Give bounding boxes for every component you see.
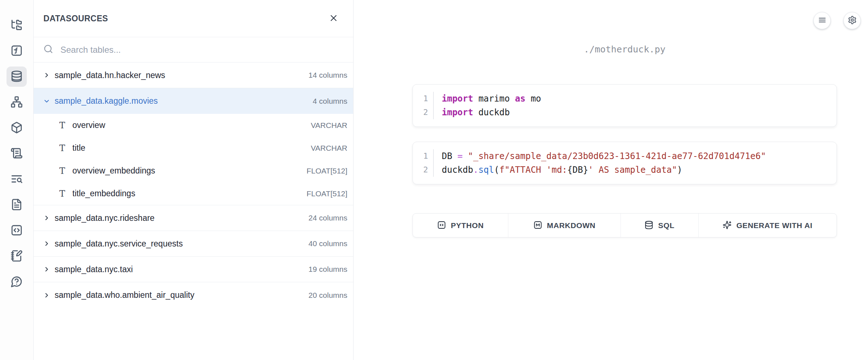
chevron-right-icon xyxy=(43,97,51,105)
sitemap-rail-button[interactable] xyxy=(7,92,27,112)
table-name: sample_data.nyc.rideshare xyxy=(55,213,305,223)
column-type: FLOAT[512] xyxy=(306,167,347,175)
settings-button[interactable] xyxy=(843,12,861,29)
database-icon xyxy=(644,220,653,231)
line-number: 1 xyxy=(413,92,433,106)
list-search-icon xyxy=(10,173,23,186)
panel-title: DATASOURCES xyxy=(43,14,108,23)
database-icon xyxy=(10,70,23,83)
datasources-rail-button[interactable] xyxy=(7,67,27,87)
table-columns-count: 24 columns xyxy=(309,214,347,222)
tables-list: sample_data.hn.hacker_news 14 columns sa… xyxy=(34,63,353,308)
table-row[interactable]: sample_data.kaggle.movies 4 columns xyxy=(34,88,353,114)
table-columns-count: 19 columns xyxy=(309,265,347,274)
search-icon xyxy=(43,44,53,55)
column-group: T overview VARCHAR T title VARCHAR T ove… xyxy=(34,114,353,205)
cells: 1 import marimo as mo 2 import duckdb 1 … xyxy=(412,84,837,184)
column-row[interactable]: T title_embeddings FLOAT[512] xyxy=(34,182,353,205)
chevron-right-icon xyxy=(43,265,51,273)
notebook-content: ./motherduck.py 1 import marimo as mo 2 … xyxy=(412,0,837,237)
column-name: title xyxy=(72,143,305,153)
code-content: duckdb.sql(f"ATTACH 'md:{DB}' AS sample_… xyxy=(433,163,682,177)
add-markdown-cell-button[interactable]: MARKDOWN xyxy=(508,214,621,237)
notebook-main: ./motherduck.py 1 import marimo as mo 2 … xyxy=(354,0,868,360)
activity-bar xyxy=(0,0,34,360)
code-cell[interactable]: 1 DB = "_share/sample_data/23b0d623-1361… xyxy=(412,142,837,184)
table-row[interactable]: sample_data.who.ambient_air_quality 20 c… xyxy=(34,282,353,308)
column-name: overview_embeddings xyxy=(72,166,300,176)
add-sql-cell-button[interactable]: SQL xyxy=(621,214,699,237)
chevron-right-icon xyxy=(43,214,51,222)
datasources-panel: DATASOURCES sample_data.hn.hacker_news 1… xyxy=(34,0,353,360)
column-type-icon: T xyxy=(58,144,66,153)
top-actions xyxy=(813,12,861,29)
column-type-icon: T xyxy=(58,121,66,130)
table-columns-count: 14 columns xyxy=(309,71,347,80)
table-columns-count: 40 columns xyxy=(309,239,347,248)
file-text-icon xyxy=(10,198,23,212)
function-rail-button[interactable] xyxy=(7,41,27,61)
sparkles-icon xyxy=(723,220,732,231)
table-name: sample_data.kaggle.movies xyxy=(55,96,309,106)
code-line: 2 import duckdb xyxy=(413,106,837,119)
line-number: 2 xyxy=(413,163,433,177)
close-panel-button[interactable] xyxy=(327,12,340,26)
packages-rail-button[interactable] xyxy=(7,118,27,138)
table-row[interactable]: sample_data.hn.hacker_news 14 columns xyxy=(34,63,353,88)
column-row[interactable]: T overview_embeddings FLOAT[512] xyxy=(34,159,353,182)
table-name: sample_data.nyc.service_requests xyxy=(55,239,305,249)
add-python-label: PYTHON xyxy=(451,221,484,230)
code-square-icon xyxy=(437,220,446,231)
column-type: VARCHAR xyxy=(311,121,347,130)
settings-icon xyxy=(848,16,857,26)
markdown-icon xyxy=(533,220,542,231)
code-content: DB = "_share/sample_data/23b0d623-1361-4… xyxy=(433,149,766,163)
table-row[interactable]: sample_data.nyc.taxi 19 columns xyxy=(34,257,353,282)
help-rail-button[interactable] xyxy=(7,272,27,292)
table-columns-count: 4 columns xyxy=(313,97,347,106)
file-explorer-rail-button[interactable] xyxy=(7,15,27,35)
column-type: VARCHAR xyxy=(311,144,347,153)
snippets-rail-button[interactable] xyxy=(7,220,27,241)
code-content: import marimo as mo xyxy=(433,92,541,106)
close-icon xyxy=(329,13,339,24)
help-bubble-icon xyxy=(10,275,23,289)
column-name: overview xyxy=(72,120,305,130)
folder-tree-icon xyxy=(10,19,23,32)
add-python-cell-button[interactable]: PYTHON xyxy=(413,214,508,237)
function-square-icon xyxy=(10,44,23,58)
cell-lines: 1 import marimo as mo 2 import duckdb xyxy=(413,92,837,119)
code-content: import duckdb xyxy=(433,106,510,119)
table-row[interactable]: sample_data.nyc.service_requests 40 colu… xyxy=(34,231,353,257)
column-row[interactable]: T title VARCHAR xyxy=(34,137,353,159)
notebook-pen-icon xyxy=(10,250,23,263)
scroll-text-icon xyxy=(10,147,23,160)
log-search-rail-button[interactable] xyxy=(7,169,27,189)
line-number: 1 xyxy=(413,149,433,163)
add-sql-label: SQL xyxy=(658,221,674,230)
table-row[interactable]: sample_data.nyc.rideshare 24 columns xyxy=(34,205,353,231)
code-square-icon xyxy=(10,224,23,237)
table-columns-count: 20 columns xyxy=(309,291,347,300)
generate-with-ai-button[interactable]: GENERATE WITH AI xyxy=(699,214,837,237)
add-markdown-label: MARKDOWN xyxy=(547,221,596,230)
notebook-filename: ./motherduck.py xyxy=(412,43,837,56)
scroll-rail-button[interactable] xyxy=(7,143,27,164)
menu-button[interactable] xyxy=(813,12,831,29)
generate-with-ai-label: GENERATE WITH AI xyxy=(736,221,812,230)
search-row xyxy=(34,37,353,63)
column-type: FLOAT[512] xyxy=(306,189,347,198)
code-line: 1 import marimo as mo xyxy=(413,92,837,106)
chevron-right-icon xyxy=(43,291,51,299)
search-tables-input[interactable] xyxy=(60,45,343,55)
column-name: title_embeddings xyxy=(72,189,300,198)
chevron-right-icon xyxy=(43,71,51,79)
table-name: sample_data.nyc.taxi xyxy=(55,265,305,274)
column-row[interactable]: T overview VARCHAR xyxy=(34,114,353,137)
menu-icon xyxy=(818,16,827,26)
scratchpad-rail-button[interactable] xyxy=(7,246,27,266)
sitemap-icon xyxy=(10,96,23,109)
document-rail-button[interactable] xyxy=(7,195,27,215)
code-cell[interactable]: 1 import marimo as mo 2 import duckdb xyxy=(412,84,837,127)
cell-lines: 1 DB = "_share/sample_data/23b0d623-1361… xyxy=(413,149,837,177)
